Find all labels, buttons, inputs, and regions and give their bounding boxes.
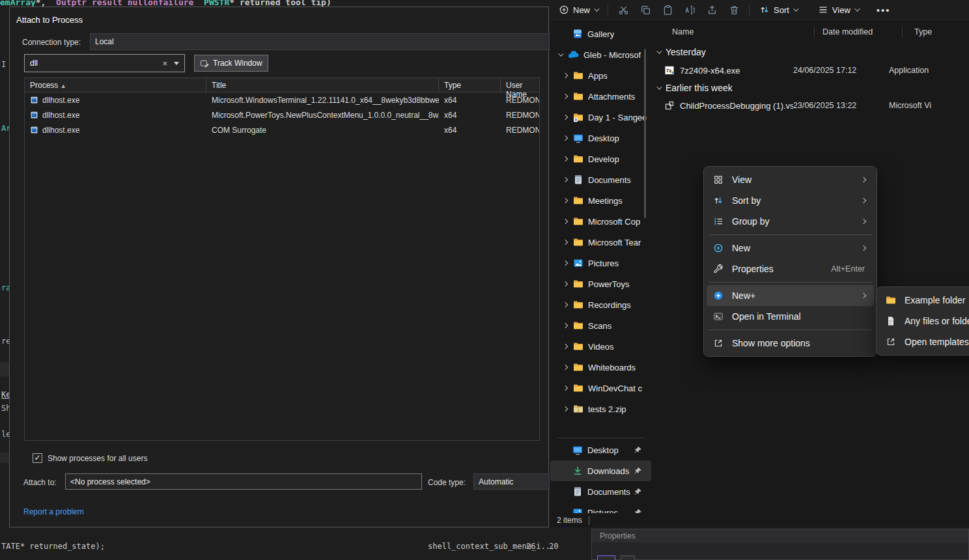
properties-field[interactable] bbox=[597, 555, 615, 560]
chevron-down-icon[interactable] bbox=[558, 51, 563, 56]
view-button[interactable]: View bbox=[812, 2, 864, 18]
table-row[interactable]: dllhost.exe COM Surrogate x64 REDMOND bbox=[25, 122, 539, 137]
menu-item-view[interactable]: View bbox=[707, 169, 874, 190]
column-header-title[interactable]: Title bbox=[206, 78, 439, 92]
submenu-item-example-folder[interactable]: Example folder bbox=[879, 290, 969, 311]
sidebar-item-downloads-pinned[interactable]: Downloads bbox=[550, 460, 651, 481]
paste-button[interactable] bbox=[656, 5, 679, 16]
table-row[interactable]: dllhost.exe Microsoft.WindowsTerminal_1.… bbox=[25, 92, 539, 107]
editor-selection-block bbox=[0, 362, 9, 376]
more-options-button[interactable]: ••• bbox=[871, 2, 897, 18]
cut-button[interactable] bbox=[612, 5, 634, 16]
menu-item-show-more-options[interactable]: Show more options bbox=[707, 333, 874, 354]
sidebar-item-label: Gallery bbox=[587, 29, 614, 39]
column-header-date-modified[interactable]: Date modified bbox=[815, 27, 902, 36]
track-window-button[interactable]: Track Window bbox=[194, 55, 268, 72]
sidebar-item-documents[interactable]: Documents bbox=[550, 169, 651, 190]
chevron-right-icon[interactable] bbox=[563, 135, 568, 141]
group-header-earlier-this-week[interactable]: Earlier this week bbox=[656, 81, 733, 95]
chevron-right-icon[interactable] bbox=[563, 115, 568, 120]
filter-dropdown-icon[interactable] bbox=[174, 62, 179, 65]
chevron-right-icon[interactable] bbox=[563, 260, 568, 266]
menu-item-properties[interactable]: Properties Alt+Enter bbox=[707, 259, 874, 279]
sidebar-item-day1[interactable]: Day 1 - Sangee bbox=[550, 107, 651, 128]
chevron-right-icon[interactable] bbox=[563, 219, 568, 224]
sidebar-item-videos[interactable]: Videos bbox=[550, 336, 651, 357]
chevron-right-icon[interactable] bbox=[563, 198, 568, 203]
properties-field[interactable] bbox=[621, 555, 635, 560]
column-header-name[interactable]: Name bbox=[651, 27, 814, 36]
sidebar-item-tests-zip[interactable]: tests 2.zip bbox=[550, 399, 651, 419]
chevron-right-icon[interactable] bbox=[563, 281, 568, 287]
copy-button[interactable] bbox=[634, 5, 656, 16]
report-problem-link[interactable]: Report a problem bbox=[23, 507, 84, 516]
sidebar-item-scans[interactable]: Scans bbox=[550, 315, 651, 336]
connection-type-select[interactable]: Local bbox=[90, 33, 550, 50]
chevron-down-icon[interactable] bbox=[656, 84, 662, 89]
submenu-item-any-files[interactable]: Any files or folde bbox=[879, 311, 969, 331]
chevron-right-icon[interactable] bbox=[563, 240, 568, 245]
chevron-right-icon[interactable] bbox=[563, 365, 568, 370]
chevron-right-icon[interactable] bbox=[563, 302, 568, 307]
clear-filter-icon[interactable]: × bbox=[162, 59, 167, 68]
chevron-right-icon[interactable] bbox=[563, 94, 568, 99]
sidebar-item-windevchat[interactable]: WinDevChat c bbox=[550, 378, 651, 399]
file-row-7z[interactable]: 7z2409-x64.exe 24/06/2025 17:12 Applicat… bbox=[651, 63, 969, 78]
copy-icon bbox=[640, 5, 651, 16]
sidebar-item-microsoft-copilot[interactable]: Microsoft Cop bbox=[550, 211, 651, 232]
menu-item-new[interactable]: New bbox=[707, 238, 874, 259]
delete-button[interactable] bbox=[723, 5, 745, 16]
pictures-icon bbox=[573, 258, 583, 268]
folder-icon bbox=[573, 154, 583, 164]
sidebar-item-apps[interactable]: Apps bbox=[550, 65, 651, 86]
group-header-yesterday[interactable]: Yesterday bbox=[656, 45, 706, 59]
menu-item-new-plus[interactable]: New+ bbox=[707, 285, 874, 306]
share-button[interactable] bbox=[701, 5, 723, 16]
menu-shortcut: Alt+Enter bbox=[831, 264, 865, 273]
sidebar-item-powertoys[interactable]: PowerToys bbox=[550, 273, 651, 294]
pin-icon bbox=[634, 488, 642, 496]
chevron-right-icon[interactable] bbox=[563, 73, 568, 78]
sidebar-item-microsoft-teams[interactable]: Microsoft Tear bbox=[550, 232, 651, 253]
submenu-item-open-templates[interactable]: Open templates bbox=[879, 331, 969, 352]
show-all-users-checkbox[interactable]: ✓ bbox=[33, 453, 42, 463]
sidebar-item-meetings[interactable]: Meetings bbox=[550, 190, 651, 211]
sidebar-item-documents-pinned[interactable]: Documents bbox=[550, 481, 651, 502]
chevron-right-icon[interactable] bbox=[563, 177, 568, 182]
file-list-columns: Name Date modified Type bbox=[651, 25, 969, 39]
menu-item-group-by[interactable]: Group by bbox=[707, 211, 874, 232]
sidebar-scrollbar[interactable] bbox=[644, 49, 646, 218]
chevron-right-icon[interactable] bbox=[563, 323, 568, 328]
rename-button[interactable] bbox=[679, 5, 701, 16]
column-header-type[interactable]: Type bbox=[903, 27, 932, 36]
chevron-right-icon[interactable] bbox=[563, 385, 568, 391]
open-external-icon bbox=[713, 338, 723, 348]
menu-item-sort-by[interactable]: Sort by bbox=[707, 190, 874, 211]
chevron-right-icon[interactable] bbox=[563, 406, 568, 412]
column-header-process[interactable]: Process ▲ bbox=[25, 78, 206, 92]
code-type-select[interactable]: Automatic bbox=[473, 473, 550, 490]
column-header-user[interactable]: User Name bbox=[501, 78, 539, 92]
table-row[interactable]: dllhost.exe Microsoft.PowerToys.NewPlusC… bbox=[25, 107, 539, 122]
chevron-right-icon[interactable] bbox=[563, 344, 568, 349]
sidebar-item-gallery[interactable]: Gallery bbox=[550, 23, 651, 44]
sidebar-item-whiteboards[interactable]: Whiteboards bbox=[550, 357, 651, 378]
chevron-right-icon[interactable] bbox=[563, 156, 568, 161]
column-header-type[interactable]: Type bbox=[439, 78, 501, 92]
sort-button[interactable]: Sort bbox=[753, 2, 803, 18]
sidebar-item-onedrive[interactable]: Gleb - Microsof bbox=[550, 44, 651, 65]
open-external-icon bbox=[886, 337, 896, 347]
sidebar-item-desktop-pinned[interactable]: Desktop bbox=[550, 440, 651, 460]
sidebar-item-recordings[interactable]: Recordings bbox=[550, 294, 651, 315]
attach-to-input[interactable]: <No process selected> bbox=[65, 473, 422, 490]
sidebar-item-attachments[interactable]: Attachments bbox=[550, 86, 651, 107]
sidebar-item-develop[interactable]: Develop bbox=[550, 148, 651, 169]
process-filter-input[interactable]: dll × bbox=[24, 54, 185, 72]
new-button[interactable]: New bbox=[553, 2, 604, 18]
chevron-down-icon[interactable] bbox=[656, 48, 662, 53]
file-row-vsix[interactable]: ChildProcessDebugging (1).vsix 23/06/202… bbox=[651, 98, 969, 113]
sidebar-item-pictures[interactable]: Pictures bbox=[550, 253, 651, 273]
pin-icon bbox=[634, 446, 642, 455]
sidebar-item-desktop[interactable]: Desktop bbox=[550, 128, 651, 148]
menu-item-open-in-terminal[interactable]: Open in Terminal bbox=[707, 306, 874, 327]
